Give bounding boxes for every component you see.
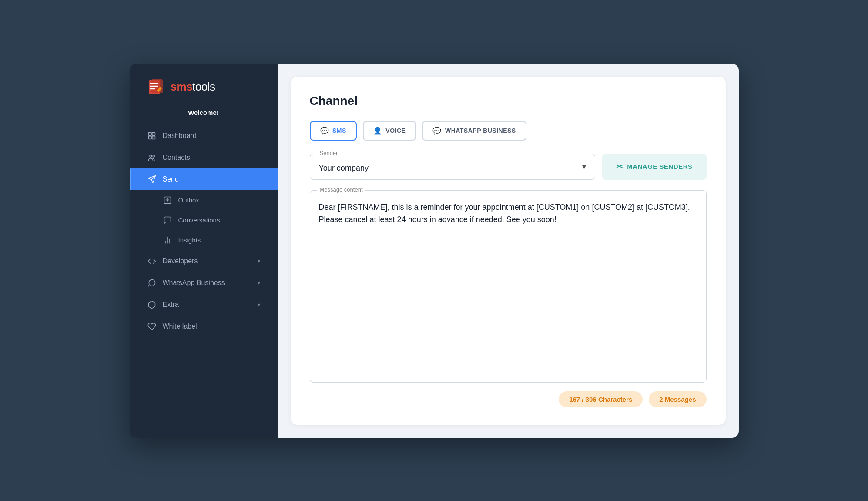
tab-sms[interactable]: 💬 SMS	[310, 121, 357, 141]
sender-row: Sender Your company ▾ ✂ MANAGE SENDERS	[310, 154, 707, 180]
sidebar-item-send[interactable]: Send	[130, 168, 278, 190]
insights-icon	[163, 235, 172, 245]
tab-voice[interactable]: 👤 VOICE	[363, 121, 416, 141]
sidebar-item-conversations-label: Conversations	[178, 216, 220, 224]
tab-whatsapp-label: WHATSAPP BUSINESS	[445, 127, 516, 134]
sender-select[interactable]: Your company	[319, 154, 586, 179]
sidebar-item-send-label: Send	[163, 175, 179, 183]
tab-whatsapp-business[interactable]: 💬 WHATSAPP BUSINESS	[422, 121, 526, 141]
conversations-icon	[163, 215, 172, 225]
sidebar-item-outbox[interactable]: Outbox	[130, 190, 278, 210]
message-label: Message content	[317, 186, 365, 193]
sidebar-item-extra-label: Extra	[163, 301, 179, 309]
svg-rect-7	[152, 132, 155, 135]
message-section: Message content	[310, 190, 707, 383]
svg-point-11	[153, 155, 154, 157]
developers-chevron-icon: ▾	[258, 258, 260, 264]
sidebar-item-contacts[interactable]: Contacts	[130, 147, 278, 168]
whatsapp-icon	[147, 278, 157, 288]
sidebar-item-developers[interactable]: Developers ▾	[130, 250, 278, 272]
sidebar: smstools Welcome! Dashboard Contacts	[130, 64, 278, 438]
tab-sms-label: SMS	[332, 127, 346, 134]
welcome-text: Welcome!	[130, 105, 278, 125]
sidebar-item-conversations[interactable]: Conversations	[130, 210, 278, 230]
sidebar-item-insights-label: Insights	[178, 236, 201, 244]
main-card: Channel 💬 SMS 👤 VOICE 💬 WHATSAPP BUSINES…	[291, 77, 726, 425]
contacts-icon	[147, 153, 157, 162]
svg-point-10	[150, 155, 152, 157]
sidebar-item-whatsapp-business[interactable]: WhatsApp Business ▾	[130, 272, 278, 294]
white-label-icon	[147, 322, 157, 331]
extra-icon	[147, 300, 157, 309]
sidebar-item-white-label-label: White label	[163, 323, 197, 330]
sidebar-item-dashboard-label: Dashboard	[163, 132, 197, 140]
sidebar-item-whatsapp-label: WhatsApp Business	[163, 279, 225, 287]
outbox-icon	[163, 195, 172, 205]
manage-senders-button[interactable]: ✂ MANAGE SENDERS	[602, 154, 707, 180]
sidebar-item-outbox-label: Outbox	[178, 196, 199, 204]
manage-senders-label: MANAGE SENDERS	[627, 163, 692, 170]
main-content: Channel 💬 SMS 👤 VOICE 💬 WHATSAPP BUSINES…	[278, 64, 739, 438]
channel-tabs: 💬 SMS 👤 VOICE 💬 WHATSAPP BUSINESS	[310, 121, 707, 141]
svg-rect-9	[152, 136, 155, 139]
select-wrapper: Your company ▾	[319, 154, 586, 179]
sidebar-item-contacts-label: Contacts	[163, 154, 190, 161]
send-icon	[147, 175, 157, 184]
dashboard-icon	[147, 131, 157, 141]
sidebar-item-dashboard[interactable]: Dashboard	[130, 125, 278, 147]
sender-field: Sender Your company ▾	[310, 154, 595, 180]
svg-rect-6	[148, 132, 151, 135]
nav-list: Dashboard Contacts Send	[130, 125, 278, 438]
logo-icon	[147, 77, 166, 97]
logo-text: smstools	[171, 80, 215, 94]
sms-tab-icon: 💬	[320, 127, 329, 135]
scissors-icon: ✂	[616, 162, 623, 171]
voice-tab-icon: 👤	[373, 127, 382, 135]
extra-chevron-icon: ▾	[258, 302, 260, 308]
sidebar-item-white-label[interactable]: White label	[130, 316, 278, 337]
whatsapp-tab-icon: 💬	[432, 127, 442, 135]
sidebar-item-extra[interactable]: Extra ▾	[130, 294, 278, 316]
logo: smstools	[130, 64, 278, 105]
messages-badge: 2 Messages	[649, 391, 706, 407]
developers-icon	[147, 256, 157, 266]
characters-badge: 167 / 306 Characters	[559, 391, 643, 407]
message-textarea[interactable]	[319, 201, 697, 373]
svg-rect-8	[148, 136, 151, 139]
stats-row: 167 / 306 Characters 2 Messages	[310, 391, 707, 407]
page-title: Channel	[310, 94, 707, 108]
whatsapp-chevron-icon: ▾	[258, 280, 260, 286]
app-wrapper: smstools Welcome! Dashboard Contacts	[130, 64, 739, 438]
tab-voice-label: VOICE	[385, 127, 406, 134]
sidebar-item-insights[interactable]: Insights	[130, 230, 278, 250]
sidebar-item-developers-label: Developers	[163, 257, 198, 265]
